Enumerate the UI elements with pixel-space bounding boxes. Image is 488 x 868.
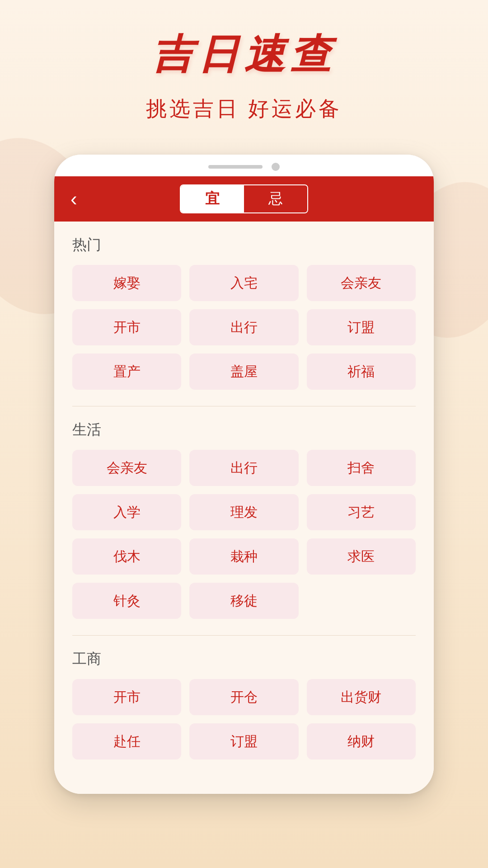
tag-dingmeng-2[interactable]: 订盟 xyxy=(189,723,298,760)
app-header: ‹ 宜 忌 xyxy=(54,176,434,222)
divider-2 xyxy=(72,635,416,636)
divider-1 xyxy=(72,406,416,406)
tag-grid-hot: 嫁娶 入宅 会亲友 开市 出行 订盟 置产 盖屋 祈福 xyxy=(72,265,416,390)
tag-xiyi[interactable]: 习艺 xyxy=(307,494,416,530)
tag-chuxing-1[interactable]: 出行 xyxy=(189,309,298,345)
tab-ji[interactable]: 忌 xyxy=(244,185,307,212)
tag-furen[interactable]: 赴任 xyxy=(72,723,181,760)
main-title: 吉日速查 xyxy=(0,27,488,82)
section-business: 工商 开市 开仓 出货财 赴任 订盟 纳财 xyxy=(72,649,416,760)
tag-zhenjiu[interactable]: 针灸 xyxy=(72,583,181,619)
back-button[interactable]: ‹ xyxy=(70,189,77,209)
section-title-business: 工商 xyxy=(72,649,416,669)
phone-bar-circle xyxy=(272,163,280,171)
tag-ruzhai[interactable]: 入宅 xyxy=(189,265,298,301)
tag-kaishi-1[interactable]: 开市 xyxy=(72,309,181,345)
tag-chuxing-2[interactable]: 出行 xyxy=(189,450,298,486)
tag-jiaju[interactable]: 嫁娶 xyxy=(72,265,181,301)
tab-group: 宜 忌 xyxy=(180,184,308,213)
tag-huiqinyou-1[interactable]: 会亲友 xyxy=(307,265,416,301)
tag-saoshe[interactable]: 扫舍 xyxy=(307,450,416,486)
tag-grid-life: 会亲友 出行 扫舍 入学 理发 习艺 伐木 栽种 求医 针灸 移徒 xyxy=(72,450,416,619)
tag-kaishi-2[interactable]: 开市 xyxy=(72,679,181,715)
subtitle: 挑选吉日 好运必备 xyxy=(0,95,488,123)
tag-huiqinyou-2[interactable]: 会亲友 xyxy=(72,450,181,486)
tag-yitu[interactable]: 移徒 xyxy=(189,583,298,619)
tag-ruxue[interactable]: 入学 xyxy=(72,494,181,530)
app-content: 热门 嫁娶 入宅 会亲友 开市 出行 订盟 置产 盖屋 祈福 生活 会亲友 出行… xyxy=(54,222,434,794)
tab-yi[interactable]: 宜 xyxy=(181,185,244,212)
tag-lifa[interactable]: 理发 xyxy=(189,494,298,530)
tag-zhichan[interactable]: 置产 xyxy=(72,354,181,390)
tag-grid-business: 开市 开仓 出货财 赴任 订盟 纳财 xyxy=(72,679,416,760)
tag-gaiwu[interactable]: 盖屋 xyxy=(189,354,298,390)
section-title-hot: 热门 xyxy=(72,235,416,255)
tag-qifu[interactable]: 祈福 xyxy=(307,354,416,390)
header-section: 吉日速查 挑选吉日 好运必备 xyxy=(0,0,488,137)
tag-chuhuocai[interactable]: 出货财 xyxy=(307,679,416,715)
section-hot: 热门 嫁娶 入宅 会亲友 开市 出行 订盟 置产 盖屋 祈福 xyxy=(72,235,416,390)
tag-ding-meng-1[interactable]: 订盟 xyxy=(307,309,416,345)
tag-famu[interactable]: 伐木 xyxy=(72,538,181,575)
tag-qiuyi[interactable]: 求医 xyxy=(307,538,416,575)
section-title-life: 生活 xyxy=(72,420,416,440)
tag-caizhong[interactable]: 栽种 xyxy=(189,538,298,575)
phone-mockup: ‹ 宜 忌 热门 嫁娶 入宅 会亲友 开市 出行 订盟 置产 盖屋 祈福 xyxy=(54,155,434,794)
tag-nacai[interactable]: 纳财 xyxy=(307,723,416,760)
tag-kaicang[interactable]: 开仓 xyxy=(189,679,298,715)
phone-top-bar xyxy=(54,155,434,176)
section-life: 生活 会亲友 出行 扫舍 入学 理发 习艺 伐木 栽种 求医 针灸 移徒 xyxy=(72,420,416,619)
phone-bar-line xyxy=(208,165,263,169)
